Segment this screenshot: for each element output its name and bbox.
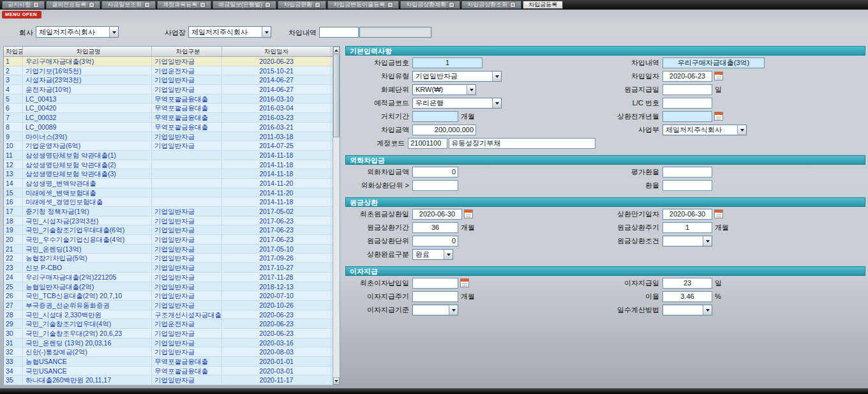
tab-close-icon[interactable]: ×: [89, 2, 94, 8]
text-input[interactable]: 1: [662, 222, 712, 233]
table-row[interactable]: 25농협일반자금대출(2억)기업일반자금2018-12-13: [4, 282, 333, 292]
scrollbar-up-icon[interactable]: [333, 47, 340, 54]
table-row[interactable]: 34국민USANCE무역포괄금융대출2020-03-01: [4, 367, 333, 376]
tab-close-icon[interactable]: ×: [265, 2, 271, 8]
table-row[interactable]: 8LC_00089무역포괄금융대출2016-03-21: [4, 123, 333, 132]
tab-item[interactable]: 결의전표등록×: [46, 1, 100, 9]
text-input[interactable]: 36: [412, 222, 458, 233]
text-input[interactable]: 200,000,000: [412, 125, 476, 135]
text-input[interactable]: 0: [412, 167, 458, 178]
scrollbar-thumb[interactable]: [333, 54, 340, 137]
table-row[interactable]: 17중기청 정책자금(1억)기업일반자금2017-05-02: [4, 207, 333, 216]
tab-item[interactable]: 예금일보(은행별)×: [213, 1, 276, 9]
text-input[interactable]: [662, 111, 712, 122]
column-header-name[interactable]: 차입금명: [23, 47, 152, 56]
table-row[interactable]: 33농협USANCE무역포괄금융대출2020-01-01: [4, 357, 333, 367]
tab-item[interactable]: 공지사항×: [2, 1, 45, 9]
table-row[interactable]: 29국민_기술창조기업우대(4억)기업운전자금2020-06-23: [4, 319, 333, 329]
table-row[interactable]: 14삼성생명_변액약관대출2014-11-20: [4, 179, 333, 188]
text-input[interactable]: 3.46: [662, 291, 712, 302]
dropdown-select[interactable]: [662, 236, 712, 246]
company-select[interactable]: 제일저지주식회사: [36, 26, 119, 38]
text-input[interactable]: [662, 98, 712, 109]
dropdown-select[interactable]: 우리은행: [412, 98, 502, 109]
table-row[interactable]: 11삼성생명단체보험 약관대출(1)2014-11-18: [4, 151, 333, 160]
text-input[interactable]: 23: [662, 278, 712, 289]
table-row[interactable]: 30국민_기술창조우대(2억) 20,6,23기업일반자금2020-06-23: [4, 329, 333, 338]
tab-close-icon[interactable]: ×: [387, 2, 393, 8]
menu-open-button[interactable]: MENU OPEN: [2, 11, 41, 19]
dropdown-select[interactable]: 기업일반자금: [412, 71, 502, 82]
dropdown-select[interactable]: [412, 305, 458, 315]
table-row[interactable]: 6LC_00420무역포괄금융대출2016-03-04: [4, 103, 333, 113]
table-row[interactable]: 16미래에셋_경영인보험대출2014-11-18: [4, 197, 333, 207]
text-input[interactable]: [412, 278, 458, 289]
table-row[interactable]: 32신한(-)통장예금(2억)기업일반자금2020-08-03: [4, 347, 333, 357]
calendar-icon[interactable]: [714, 112, 723, 121]
loan-detail-input[interactable]: [319, 27, 359, 38]
column-header-type[interactable]: 차입구분: [152, 47, 222, 56]
table-row[interactable]: 1우리구매자금대출(3억)기업일반자금2020-06-23: [4, 57, 333, 66]
text-input[interactable]: 유동성장기부채: [449, 138, 595, 149]
tab-close-icon[interactable]: ×: [200, 2, 206, 8]
tab-close-icon[interactable]: ×: [510, 2, 516, 8]
tab-close-icon[interactable]: ×: [144, 2, 150, 8]
loan-detail-input-2[interactable]: [359, 27, 431, 38]
tab-item[interactable]: 자금일보조회×: [101, 1, 156, 9]
text-input[interactable]: 2020-06-23: [662, 71, 712, 82]
tab-item[interactable]: 계정과목등록×: [157, 1, 211, 9]
tab-close-icon[interactable]: ×: [315, 2, 320, 8]
table-row[interactable]: 15미래에셋_변액보험대출2014-11-20: [4, 188, 333, 198]
table-row[interactable]: 24우리구매자금대출(2억)221205기업일반자금2017-11-28: [4, 273, 333, 282]
table-row[interactable]: 27부국증권_선순위유동화증권기업일반자금2020-10-26: [4, 301, 333, 310]
tab-close-icon[interactable]: ×: [449, 2, 454, 8]
text-input[interactable]: [662, 180, 712, 191]
table-row[interactable]: 31국민_온렌딩 (13억) 20,03,16기업일반자금2020-03-16: [4, 338, 333, 348]
calendar-icon[interactable]: [714, 209, 723, 218]
table-row[interactable]: 22농협장기차입금(5억)기업일반자금2017-09-26: [4, 254, 333, 263]
tab-item[interactable]: 차입금상환조회×: [461, 1, 521, 9]
tab-item[interactable]: 차입금상환계획×: [400, 1, 460, 9]
site-select[interactable]: 제일저지주식회사: [188, 26, 271, 38]
table-row[interactable]: 2기업기보(16억5천)기업운전자금2015-10-21: [4, 66, 333, 76]
table-row[interactable]: 28국민_시설대 2,330백만원구조개선시설자금대출2020-06-23: [4, 310, 333, 320]
table-row[interactable]: 20국민_우수기술기업신용대출(4억)기업일반자금2017-06-23: [4, 235, 333, 245]
text-input[interactable]: [662, 167, 712, 178]
table-row[interactable]: 5LC_00413무역포괄금융대출2016-03-10: [4, 95, 333, 104]
text-input[interactable]: [412, 111, 458, 122]
table-row[interactable]: 26국민_TCB신용대출(2억) 20,7,10기업일반자금2020-07-10: [4, 291, 333, 301]
dropdown-select[interactable]: [662, 305, 712, 315]
text-input[interactable]: [662, 84, 712, 95]
table-row[interactable]: 9마이너스(3억)기업일반자금2011-03-18: [4, 132, 333, 142]
dropdown-select[interactable]: 제일저지주식회사: [662, 125, 747, 135]
tab-close-icon[interactable]: ×: [33, 2, 39, 8]
text-input[interactable]: [412, 180, 458, 191]
tab-item[interactable]: 차입금등록: [523, 1, 563, 9]
table-row[interactable]: 3시설자금(23억3천)기업일반자금2014-06-27: [4, 75, 333, 85]
calendar-icon[interactable]: [714, 72, 723, 80]
table-row[interactable]: 23신보 P-CBO기업일반자금2017-10-27: [4, 263, 333, 273]
text-input[interactable]: 2020-06-30: [662, 209, 712, 220]
text-input[interactable]: 우리구매자금대출(3억): [662, 57, 765, 68]
table-row[interactable]: 4운전자금(10억)기업일반자금2014-06-27: [4, 85, 333, 95]
dropdown-select[interactable]: KRW(₩): [412, 84, 476, 95]
table-row[interactable]: 19국민_기술창조기업우대대출(6억)기업일반자금2017-06-23: [4, 225, 333, 235]
calendar-icon[interactable]: [464, 209, 473, 218]
column-header-date[interactable]: 차입일자: [222, 47, 331, 56]
table-scrollbar[interactable]: [333, 47, 340, 384]
table-row[interactable]: 21국민_온렌딩(13억)기업일반자금2017-05-10: [4, 245, 333, 254]
text-input[interactable]: 21001100: [408, 138, 447, 149]
column-header-code[interactable]: 차입금코드: [4, 47, 23, 56]
calendar-icon[interactable]: [460, 278, 469, 287]
table-row[interactable]: 35하나대출260백만원 20,11,17기업일반자금2020-11-17: [4, 375, 333, 385]
table-row[interactable]: 10기업운영자금(6억)기업일반자금2014-07-25: [4, 141, 333, 151]
scrollbar-down-icon[interactable]: [333, 377, 340, 384]
tab-item[interactable]: 차입금현황×: [278, 1, 326, 9]
table-row[interactable]: 12삼성생명단체보험 약관대출(2)2014-11-18: [4, 160, 333, 170]
table-row[interactable]: 7LC_00032무역포괄금융대출2016-03-23: [4, 113, 333, 123]
text-input[interactable]: 0: [412, 236, 458, 246]
table-row[interactable]: 13삼성생명단체보험 약관대출(3)2014-11-18: [4, 169, 333, 179]
text-input[interactable]: 1: [412, 57, 483, 68]
text-input[interactable]: [412, 291, 458, 302]
tab-item[interactable]: 차입금변동이율등록×: [327, 1, 399, 9]
